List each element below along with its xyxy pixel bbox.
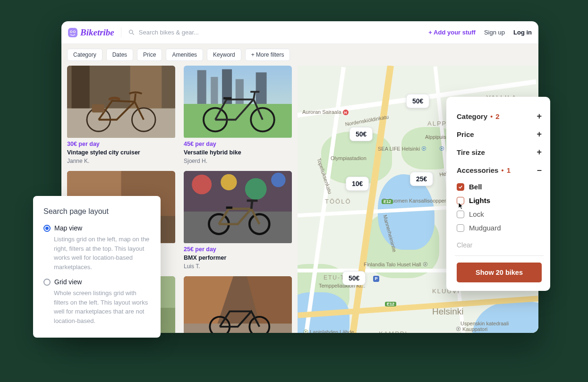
listing-price: 30€ per day [67, 141, 175, 147]
svg-point-2 [71, 31, 72, 32]
svg-point-32 [221, 174, 237, 190]
layout-option-desc: Listings grid on the left, map on the ri… [54, 235, 150, 272]
accessory-option[interactable]: Mudguard [457, 221, 542, 235]
accessory-option[interactable]: Lock [457, 207, 542, 221]
listing-price: 25€ per day [184, 246, 292, 253]
svg-point-34 [271, 173, 286, 187]
clear-link[interactable]: Clear [457, 238, 542, 249]
listing-card[interactable]: 30€ per day Vintage styled city cruiser … [67, 66, 175, 164]
map-label: ⦿ Kauppatori [456, 326, 487, 332]
layout-option-desc: Whole screen listings grid with filters … [54, 289, 150, 325]
map-price-pin[interactable]: 50€ [406, 94, 429, 108]
map-price-pin[interactable]: 50€ [342, 271, 366, 285]
listing-card[interactable]: 45€ per day Versatile hybrid bike Sjoerd… [184, 66, 292, 164]
svg-point-3 [74, 31, 75, 32]
listing-seller: Luis T. [184, 263, 292, 270]
filter-group-price[interactable]: Price + [457, 125, 542, 143]
svg-rect-16 [211, 77, 218, 104]
login-link[interactable]: Log in [513, 29, 532, 36]
search-placeholder: Search bikes & gear... [139, 29, 199, 36]
svg-line-5 [132, 33, 134, 34]
road-shield: P [373, 276, 379, 282]
listing-image [184, 171, 292, 244]
checkbox-checked-icon [457, 183, 464, 191]
road-shield: E12 [385, 302, 396, 306]
svg-rect-35 [184, 212, 292, 243]
logo-icon [68, 28, 77, 37]
svg-rect-47 [184, 323, 292, 333]
svg-rect-15 [197, 70, 206, 104]
svg-rect-19 [256, 72, 267, 104]
svg-point-31 [192, 175, 212, 195]
svg-rect-18 [236, 79, 244, 104]
layout-option-label: Map view [54, 224, 82, 232]
checkbox-icon [457, 224, 464, 232]
filter-chip[interactable]: + More filters [245, 49, 290, 61]
filter-chip[interactable]: Keyword [207, 49, 241, 61]
listing-price: 45€ per day [184, 141, 292, 147]
map-price-pin[interactable]: 25€ [410, 172, 433, 186]
filter-chip[interactable]: Dates [106, 49, 133, 61]
listing-image [184, 276, 292, 333]
plus-icon: + [537, 130, 542, 138]
cursor-icon [458, 202, 465, 210]
listing-title: BMX performer [184, 255, 292, 261]
filter-chip[interactable]: Price [137, 49, 162, 61]
filter-panel: Category • 2 + Price + Tire size + Acces… [446, 97, 550, 291]
listing-image [67, 66, 175, 139]
add-stuff-link[interactable]: + Add your stuff [428, 29, 476, 36]
layout-option-grid[interactable]: Grid view [43, 278, 150, 286]
filter-group-accessories[interactable]: Accessories • 1 – [457, 161, 542, 179]
accessory-option[interactable]: Lights [457, 194, 542, 207]
filter-chip[interactable]: Amenities [166, 49, 203, 61]
svg-rect-23 [223, 97, 231, 100]
listing-card[interactable] [184, 276, 292, 333]
radio-selected-icon [43, 225, 51, 232]
listing-title: Vintage styled city cruiser [67, 149, 175, 156]
svg-rect-13 [92, 104, 104, 112]
header: Biketribe Search bikes & gear... + Add y… [61, 21, 538, 44]
filter-chips-row: Category Dates Price Amenities Keyword +… [61, 44, 538, 66]
svg-rect-38 [226, 206, 232, 209]
map-label: Olympiastadion [331, 155, 366, 161]
filter-chip[interactable]: Category [67, 49, 102, 61]
listing-seller: Janne K. [67, 158, 175, 164]
map-label: ⦿ Lapinlahden Lähde [303, 329, 354, 333]
minus-icon: – [537, 166, 542, 174]
map-label: Finlandia Talo Huset Hall ⦿ [364, 262, 428, 267]
listing-title: Versatile hybrid bike [184, 149, 292, 156]
map-price-pin[interactable]: 50€ [349, 127, 373, 141]
listing-card[interactable]: 25€ per day BMX performer Luis T. [184, 171, 292, 270]
svg-point-33 [245, 178, 267, 200]
map-price-pin[interactable]: 10€ [346, 177, 369, 191]
svg-rect-10 [67, 109, 175, 138]
brand-logo[interactable]: Biketribe [68, 27, 121, 38]
plus-icon: + [537, 112, 542, 120]
show-results-button[interactable]: Show 20 bikes [457, 263, 542, 282]
map-neighborhood: TÖÖLÖ [325, 198, 351, 205]
accessory-option[interactable]: Bell [457, 180, 542, 194]
layout-selector-card: Search page layout Map view Listings gri… [33, 196, 161, 338]
search-icon [128, 29, 135, 36]
nav-right: + Add your stuff Sign up Log in [428, 29, 532, 36]
map-city: Helsinki [432, 306, 464, 317]
signup-link[interactable]: Sign up [484, 29, 505, 36]
map-label: Auroran Sairaala H [302, 109, 349, 115]
listing-seller: Sjoerd H. [184, 158, 292, 164]
svg-point-4 [129, 30, 133, 34]
svg-rect-20 [184, 104, 292, 138]
road-shield: E12 [382, 199, 393, 204]
map-label: Uspenskin katedraali [460, 321, 509, 326]
layout-option-map[interactable]: Map view [43, 224, 150, 232]
listing-image [184, 66, 292, 139]
filter-group-category[interactable]: Category • 2 + [457, 107, 542, 125]
checkbox-icon [457, 211, 464, 218]
filter-group-tire[interactable]: Tire size + [457, 143, 542, 161]
search-input[interactable]: Search bikes & gear... [128, 29, 422, 36]
divider [455, 255, 544, 256]
accessories-list: Bell Lights Lock Mudguard [457, 179, 542, 238]
radio-unselected-icon [43, 279, 51, 286]
map-label: SEA LIFE Helsinki ⦿ [378, 146, 426, 152]
brand-name: Biketribe [80, 27, 114, 38]
svg-rect-8 [72, 66, 90, 109]
